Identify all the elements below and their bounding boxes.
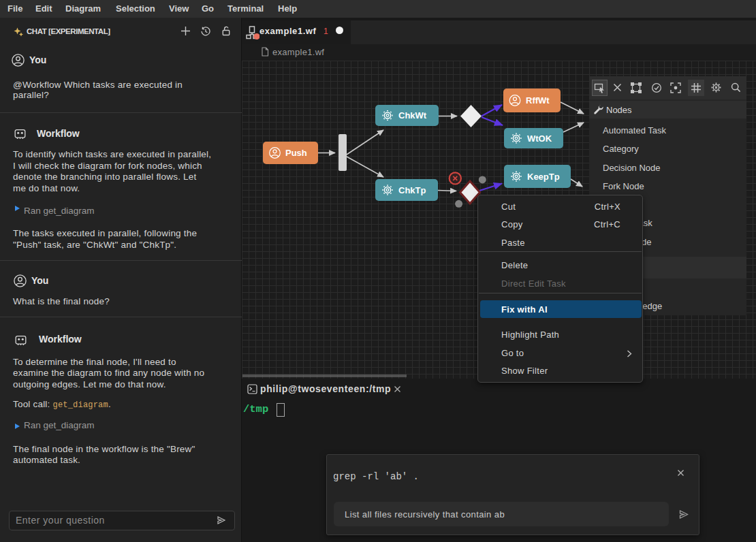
svg-text:Push: Push: [285, 148, 307, 158]
svg-text:WtOK: WtOK: [527, 133, 552, 144]
svg-text:ChkWt: ChkWt: [398, 110, 427, 121]
svg-text:ChkTp: ChkTp: [398, 185, 426, 195]
svg-text:RffWt: RffWt: [526, 95, 550, 106]
svg-text:KeepTp: KeepTp: [527, 172, 560, 182]
